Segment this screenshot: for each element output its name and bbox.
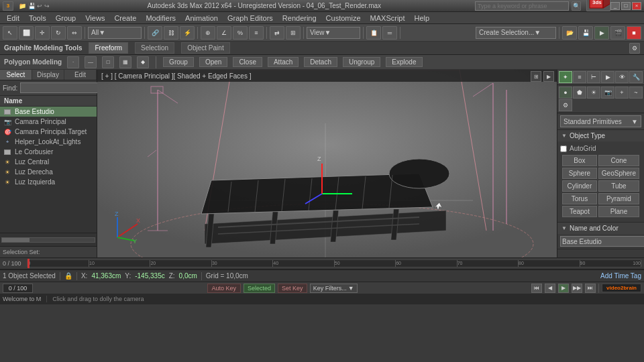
cone-btn[interactable]: Cone [598, 155, 639, 166]
explode-btn[interactable]: Explode [386, 57, 422, 67]
teapot-btn[interactable]: Teapot [562, 206, 597, 217]
box-btn[interactable]: Box [562, 155, 597, 166]
keyfilters-dropdown[interactable]: Key Filters... ▼ [310, 284, 358, 293]
nav-play-btn[interactable]: ▶ [558, 284, 569, 293]
nav-prev-btn[interactable]: ◀ [545, 284, 555, 293]
menu-help[interactable]: Help [411, 13, 434, 23]
polygon-mode-btn[interactable]: ▦ [119, 56, 131, 68]
menu-maxscript[interactable]: MAXScript [366, 13, 409, 23]
snap-percent-btn[interactable]: % [233, 26, 248, 40]
detach-btn[interactable]: Detach [304, 57, 337, 67]
scene-scrollbar[interactable] [1, 237, 95, 243]
move-btn[interactable]: ✛ [35, 26, 50, 40]
coord-dropdown[interactable]: View ▼ [307, 27, 360, 39]
scene-item-le-corbusier[interactable]: Le Corbusier [0, 147, 97, 157]
ungroup-btn[interactable]: Ungroup [343, 57, 380, 67]
autogrid-checkbox[interactable] [560, 145, 567, 152]
tab-display[interactable]: Display [32, 70, 64, 80]
attach-btn[interactable]: Attach [268, 57, 299, 67]
render-active-btn[interactable]: ■ [627, 26, 641, 40]
rp-spacewarp-icon[interactable]: ~ [629, 86, 643, 99]
tube-btn[interactable]: Tube [598, 180, 639, 192]
search-input[interactable] [475, 1, 569, 11]
autokey-btn[interactable]: Auto Key [207, 284, 241, 293]
edge-mode-btn[interactable]: — [85, 56, 97, 68]
save-btn[interactable]: 💾 [578, 26, 593, 40]
layer-btn[interactable]: 📋 [366, 26, 381, 40]
scale-btn[interactable]: ⇔ [67, 26, 82, 40]
vertex-mode-btn[interactable]: · [67, 56, 79, 68]
close-btn[interactable]: × [632, 2, 641, 10]
sphere-btn[interactable]: Sphere [562, 168, 597, 179]
timeline-track[interactable]: 0 10 20 30 40 50 60 70 80 90 100 [27, 259, 641, 267]
menu-graph-editors[interactable]: Graph Editors [223, 13, 277, 23]
cube-widget[interactable]: 3ds [586, 0, 610, 11]
cylinder-btn[interactable]: Cylinder [562, 180, 597, 192]
rp-hierarchy-icon[interactable]: ⊢ [587, 71, 600, 83]
graphite-tab-freeform[interactable]: Freeform [89, 42, 128, 54]
ribbon-btn[interactable]: ═ [382, 26, 397, 40]
rp-shape-icon[interactable]: ⬟ [573, 86, 586, 99]
unlink-btn[interactable]: ⛓ [164, 26, 178, 40]
vp-render-icon[interactable]: ▶ [543, 71, 554, 82]
open-btn-poly[interactable]: Open [199, 57, 227, 67]
tab-edit[interactable]: Edit [64, 70, 97, 80]
snap-spinner-btn[interactable]: ≡ [249, 26, 264, 40]
tab-select[interactable]: Select [0, 70, 32, 80]
rp-display-icon[interactable]: 👁 [615, 71, 629, 83]
rp-motion-icon[interactable]: ▶ [601, 71, 614, 83]
rp-utilities-icon[interactable]: 🔧 [629, 71, 643, 83]
menu-modifiers[interactable]: Modifiers [142, 13, 180, 23]
rp-helper-icon[interactable]: + [615, 86, 629, 99]
nav-next-btn[interactable]: ▶▶ [572, 284, 582, 293]
plane-btn[interactable]: Plane [598, 206, 639, 217]
select-region-btn[interactable]: ⬜ [19, 26, 34, 40]
mirror-btn[interactable]: ⇄ [270, 26, 284, 40]
menu-rendering[interactable]: Rendering [278, 13, 321, 23]
pyramid-btn[interactable]: Pyramid [598, 193, 639, 204]
rp-light-icon[interactable]: ☀ [587, 86, 600, 99]
viewport[interactable]: [ + ] [ Camera Principal ][ Shaded + Edg… [97, 70, 557, 257]
array-btn[interactable]: ⊞ [286, 26, 301, 40]
menu-create[interactable]: Create [110, 13, 140, 23]
find-input[interactable] [20, 82, 109, 93]
setkey-btn[interactable]: Set Key [278, 284, 307, 293]
snap-btn[interactable]: ⊕ [201, 26, 215, 40]
element-mode-btn[interactable]: ◆ [137, 56, 149, 68]
primitives-dropdown[interactable]: Standard Primitives ▼ [560, 115, 641, 127]
render-scene-btn[interactable]: 🎬 [610, 26, 625, 40]
rp-systems-icon[interactable]: ⚙ [559, 99, 572, 111]
group-btn[interactable]: Group [163, 57, 194, 67]
menu-views[interactable]: Views [81, 13, 109, 23]
menu-animation[interactable]: Animation [181, 13, 222, 23]
link-btn[interactable]: 🔗 [148, 26, 162, 40]
menu-group[interactable]: Group [52, 13, 80, 23]
rp-modify-icon[interactable]: ≡ [573, 71, 586, 83]
object-name-input[interactable] [560, 236, 644, 247]
snap-angle-btn[interactable]: ∠ [217, 26, 231, 40]
maximize-btn[interactable]: □ [621, 2, 631, 10]
nav-start-btn[interactable]: ⏮ [531, 284, 542, 293]
menu-customize[interactable]: Customize [322, 13, 365, 23]
menu-edit[interactable]: Edit [3, 13, 23, 23]
select-btn[interactable]: ↖ [3, 26, 17, 40]
rp-create-icon[interactable]: ✦ [559, 71, 572, 83]
viewport-canvas[interactable]: Z X Z Y [97, 70, 557, 257]
scene-item-luz-central[interactable]: ☀ Luz Central [0, 157, 97, 167]
rp-geometry-icon[interactable]: ● [559, 86, 572, 99]
graphite-tab-object-paint[interactable]: Object Paint [181, 42, 229, 54]
open-btn[interactable]: 📂 [562, 26, 577, 40]
bind-btn[interactable]: ⚡ [180, 26, 195, 40]
menu-tools[interactable]: Tools [25, 13, 50, 23]
graphite-tab-selection[interactable]: Selection [135, 42, 174, 54]
rotate-btn[interactable]: ↻ [51, 26, 66, 40]
render-frame-btn[interactable]: ▶ [594, 26, 609, 40]
vp-maximize-icon[interactable]: ⊞ [531, 71, 541, 82]
rp-camera-icon[interactable]: 📷 [601, 86, 614, 99]
scene-item-luz-derecha[interactable]: ☀ Luz Derecha [0, 167, 97, 177]
torus-btn[interactable]: Torus [562, 193, 597, 204]
scene-item-base-estudio[interactable]: Base Estudio [0, 107, 97, 117]
scene-item-camara-principal[interactable]: 📷 Camara Principal [0, 117, 97, 127]
all-dropdown[interactable]: All ▼ [88, 27, 142, 39]
border-mode-btn[interactable]: □ [102, 56, 114, 68]
